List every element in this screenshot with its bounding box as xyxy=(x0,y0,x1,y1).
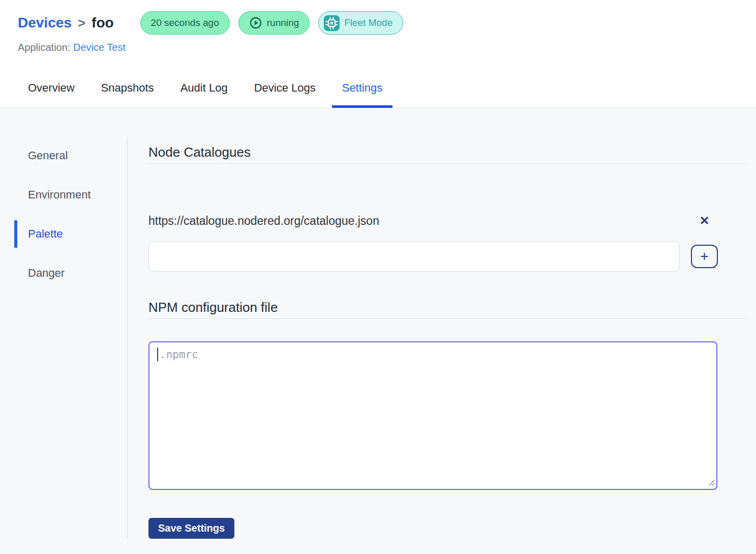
add-catalogue-button[interactable]: + xyxy=(691,245,718,268)
settings-content: General Environment Palette Danger Node … xyxy=(0,108,756,554)
npm-config-title: NPM configuration file xyxy=(148,300,746,315)
application-label: Application: xyxy=(18,42,70,53)
running-status-badge: running xyxy=(238,11,310,35)
breadcrumb-devices-link[interactable]: Devices xyxy=(18,15,72,31)
add-catalogue-input[interactable] xyxy=(148,241,680,272)
device-settings-page: Devices > foo 20 seconds ago running xyxy=(0,0,756,554)
breadcrumb: Devices > foo 20 seconds ago running xyxy=(18,11,756,35)
page-header: Devices > foo 20 seconds ago running xyxy=(0,0,756,108)
plus-icon: + xyxy=(700,249,708,264)
running-status-text: running xyxy=(267,17,299,28)
status-badges: 20 seconds ago running xyxy=(140,11,404,35)
sidebar-item-general[interactable]: General xyxy=(0,150,127,162)
application-link[interactable]: Device Test xyxy=(73,42,126,53)
tab-bar: Overview Snapshots Audit Log Device Logs… xyxy=(18,80,756,108)
sidebar-item-danger[interactable]: Danger xyxy=(0,267,127,279)
tab-settings[interactable]: Settings xyxy=(332,80,393,108)
save-settings-button[interactable]: Save Settings xyxy=(148,518,234,539)
play-circle-icon xyxy=(249,16,262,30)
text-cursor xyxy=(157,347,158,361)
chevron-right-icon: > xyxy=(78,15,85,31)
section-divider xyxy=(148,318,746,319)
close-icon: ✕ xyxy=(699,214,709,228)
tab-audit-log[interactable]: Audit Log xyxy=(170,80,238,108)
sidebar-item-environment[interactable]: Environment xyxy=(0,189,127,201)
palette-settings-panel: Node Catalogues https://catalogue.nodere… xyxy=(128,108,756,554)
fleet-mode-text: Fleet Mode xyxy=(344,17,392,28)
active-indicator-bar xyxy=(14,220,17,248)
npm-config-wrapper xyxy=(148,341,717,492)
last-seen-badge: 20 seconds ago xyxy=(140,11,230,35)
application-row: Application: Device Test xyxy=(18,42,756,54)
settings-sidebar: General Environment Palette Danger xyxy=(0,108,127,554)
tab-overview[interactable]: Overview xyxy=(18,80,85,108)
section-divider xyxy=(148,163,746,164)
remove-catalogue-button[interactable]: ✕ xyxy=(691,214,718,228)
sidebar-item-palette[interactable]: Palette xyxy=(0,228,127,240)
npm-config-textarea[interactable] xyxy=(148,341,717,490)
node-catalogues-title: Node Catalogues xyxy=(148,144,746,160)
fleet-mode-badge: Fleet Mode xyxy=(318,11,403,35)
breadcrumb-device-name: foo xyxy=(92,15,114,31)
tab-snapshots[interactable]: Snapshots xyxy=(91,80,164,108)
last-seen-text: 20 seconds ago xyxy=(151,17,219,28)
tab-device-logs[interactable]: Device Logs xyxy=(244,80,326,108)
cpu-chip-icon xyxy=(324,15,340,31)
sidebar-item-palette-label: Palette xyxy=(28,227,63,240)
catalogue-url: https://catalogue.nodered.org/catalogue.… xyxy=(148,214,680,228)
catalogue-list: https://catalogue.nodered.org/catalogue.… xyxy=(148,214,746,272)
